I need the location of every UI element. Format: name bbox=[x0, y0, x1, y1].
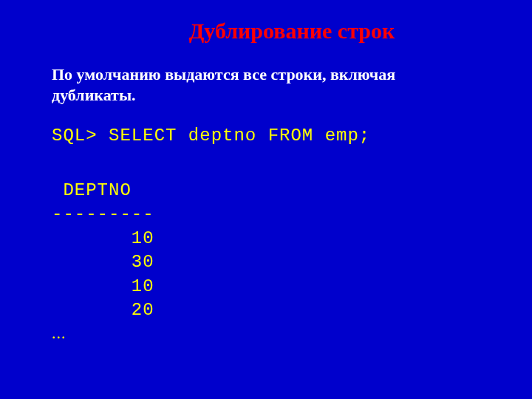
output-ellipsis: ... bbox=[52, 322, 480, 344]
output-row: 10 bbox=[52, 275, 480, 299]
slide-subtitle: По умолчанию выдаются все строки, включа… bbox=[52, 64, 480, 105]
sql-statement: SELECT deptno FROM emp; bbox=[109, 126, 370, 146]
output-row: 30 bbox=[52, 250, 480, 274]
output-row: 10 bbox=[52, 227, 480, 250]
output-divider: --------- bbox=[52, 202, 480, 226]
output-row: 20 bbox=[52, 299, 480, 322]
slide-title: Дублирование строк bbox=[103, 18, 480, 44]
output-column-header: DEPTNO bbox=[52, 179, 480, 202]
sql-query-line: SQL> SELECT deptno FROM emp; bbox=[52, 126, 480, 146]
sql-output: DEPTNO --------- 10 30 10 20 ... bbox=[52, 179, 480, 344]
sql-prompt: SQL> bbox=[52, 126, 98, 146]
